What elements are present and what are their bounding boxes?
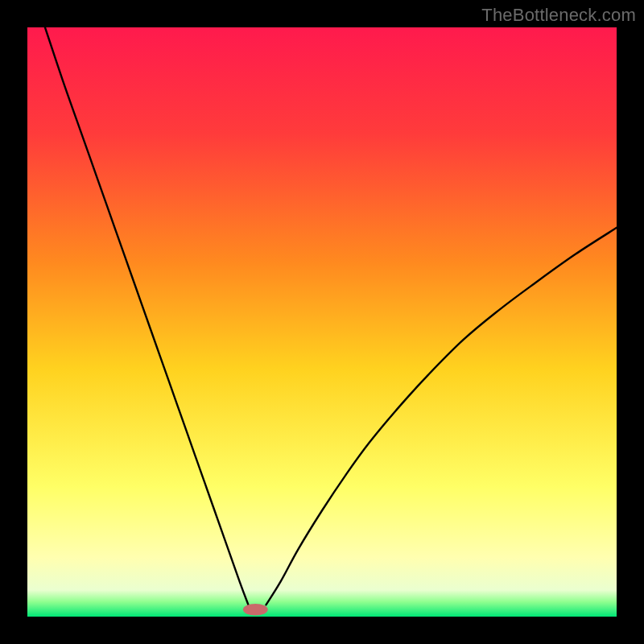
chart-container: TheBottleneck.com [0, 0, 644, 644]
gradient-background [27, 27, 617, 617]
bottleneck-chart [0, 0, 644, 644]
watermark-text: TheBottleneck.com [481, 5, 636, 26]
minimum-marker [243, 604, 268, 616]
